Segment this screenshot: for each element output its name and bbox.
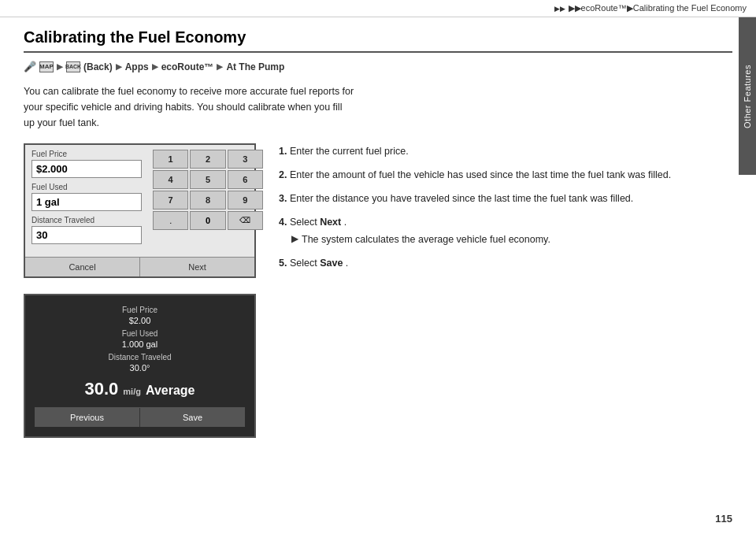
inst-text-1: Enter the current fuel price. bbox=[290, 146, 409, 157]
key-7[interactable]: 7 bbox=[153, 191, 188, 210]
summary-field1-value: $2.00 bbox=[35, 316, 245, 325]
instruction-2: 2. Enter the amount of fuel the vehicle … bbox=[279, 167, 732, 183]
summary-average-value: 30.0 mi/g Average bbox=[35, 379, 245, 399]
inst-text-4b: . bbox=[344, 217, 346, 228]
summary-field3-label: Distance Traveled bbox=[35, 352, 245, 363]
summary-buttons: Previous Save bbox=[35, 407, 245, 427]
field1-label: Fuel Price bbox=[32, 150, 142, 158]
key-4[interactable]: 4 bbox=[153, 170, 188, 189]
triangle-icon: ▶▶ bbox=[554, 5, 565, 13]
key-backspace[interactable]: ⌫ bbox=[228, 211, 263, 230]
inst-sub-text-4: The system calculates the average vehicl… bbox=[302, 232, 550, 247]
inst-sub-4: ▶ The system calculates the average vehi… bbox=[279, 232, 732, 247]
average-unit: mi/g bbox=[123, 387, 141, 396]
nav-apps: Apps bbox=[125, 61, 149, 72]
breadcrumb-ecoroute: ▶▶ecoRoute™▶Calibrating the Fuel Economy bbox=[569, 3, 747, 13]
keypad-section: Fuel Price $2.000 Fuel Used 1 gal Distan… bbox=[25, 145, 254, 254]
inst-text-3: Enter the distance you have traveled sin… bbox=[290, 193, 633, 204]
nav-atpump: At The Pump bbox=[226, 61, 284, 72]
inst-text-5a: Select bbox=[290, 258, 320, 269]
key-9[interactable]: 9 bbox=[228, 191, 263, 210]
summary-field2-value: 1.000 gal bbox=[35, 339, 245, 349]
key-5[interactable]: 5 bbox=[190, 170, 225, 189]
keypad-grid: 1 2 3 4 5 6 7 8 9 bbox=[153, 150, 263, 210]
screen-summary-mockup: Fuel Price $2.00 Fuel Used 1.000 gal Dis… bbox=[24, 294, 256, 438]
field2-input[interactable]: 1 gal bbox=[32, 193, 142, 211]
instructions-list: 1. Enter the current fuel price. 2. Ente… bbox=[279, 143, 732, 271]
key-6[interactable]: 6 bbox=[228, 170, 263, 189]
nav-arrow-4: ▶ bbox=[217, 62, 223, 71]
chapter-tab: Other Features bbox=[739, 17, 756, 175]
nav-ecoroute: ecoRoute™ bbox=[161, 61, 214, 72]
mic-icon: 🎤 bbox=[24, 61, 36, 72]
previous-button[interactable]: Previous bbox=[35, 408, 140, 427]
average-number: 30.0 bbox=[84, 379, 118, 399]
arrow-right-icon: ▶ bbox=[291, 232, 298, 247]
left-column: Fuel Price $2.000 Fuel Used 1 gal Distan… bbox=[24, 143, 260, 438]
key-zero[interactable]: 0 bbox=[190, 211, 225, 230]
form-fields: Fuel Price $2.000 Fuel Used 1 gal Distan… bbox=[25, 145, 148, 254]
keypad-bottom-row: . 0 ⌫ bbox=[153, 211, 263, 230]
page-title: Calibrating the Fuel Economy bbox=[24, 28, 732, 53]
summary-field2-label: Fuel Used bbox=[35, 328, 245, 339]
screen1-buttons: Cancel Next bbox=[25, 257, 254, 276]
inst-num-1: 1. bbox=[279, 146, 287, 157]
right-column: 1. Enter the current fuel price. 2. Ente… bbox=[279, 143, 732, 438]
main-content: Calibrating the Fuel Economy 🎤 MAP ▶ BAC… bbox=[24, 17, 732, 510]
key-1[interactable]: 1 bbox=[153, 150, 188, 169]
map-icon: MAP bbox=[39, 61, 54, 72]
field2-label: Fuel Used bbox=[32, 183, 142, 191]
inst-num-3: 3. bbox=[279, 193, 287, 204]
page-number: 115 bbox=[715, 513, 732, 525]
key-3[interactable]: 3 bbox=[228, 150, 263, 169]
field3-label: Distance Traveled bbox=[32, 216, 142, 224]
summary-field1-label: Fuel Price bbox=[35, 305, 245, 316]
key-8[interactable]: 8 bbox=[190, 191, 225, 210]
inst-text-5b: . bbox=[346, 258, 348, 269]
nav-arrow-3: ▶ bbox=[152, 62, 158, 71]
field1-input[interactable]: $2.000 bbox=[32, 160, 142, 178]
inst-num-4: 4. bbox=[279, 217, 287, 228]
screen-input-mockup: Fuel Price $2.000 Fuel Used 1 gal Distan… bbox=[24, 143, 256, 278]
cancel-button[interactable]: Cancel bbox=[25, 258, 140, 276]
instruction-3: 3. Enter the distance you have traveled … bbox=[279, 191, 732, 206]
nav-row: 🎤 MAP ▶ BACK (Back) ▶ Apps ▶ ecoRoute™ ▶… bbox=[24, 61, 732, 72]
inst-save-bold: Save bbox=[320, 258, 343, 269]
inst-num-5: 5. bbox=[279, 258, 287, 269]
instruction-4: 4. Select Next . ▶ The system calculates… bbox=[279, 214, 732, 247]
instruction-5: 5. Select Save . bbox=[279, 255, 732, 271]
average-label: Average bbox=[146, 384, 195, 398]
key-2[interactable]: 2 bbox=[190, 150, 225, 169]
keypad-container: 1 2 3 4 5 6 7 8 9 . 0 bbox=[153, 145, 268, 235]
two-col-layout: Fuel Price $2.000 Fuel Used 1 gal Distan… bbox=[24, 143, 732, 438]
chapter-tab-label: Other Features bbox=[743, 65, 752, 128]
summary-field3-value: 30.0° bbox=[35, 363, 245, 373]
save-button[interactable]: Save bbox=[140, 408, 245, 427]
breadcrumb-text: ▶▶ ▶▶ecoRoute™▶Calibrating the Fuel Econ… bbox=[554, 3, 747, 13]
instruction-1: 1. Enter the current fuel price. bbox=[279, 143, 732, 159]
back-icon: BACK bbox=[66, 61, 80, 72]
description-text: You can calibrate the fuel economy to re… bbox=[24, 83, 354, 131]
inst-text-2: Enter the amount of fuel the vehicle has… bbox=[290, 169, 671, 180]
nav-arrow-1: ▶ bbox=[57, 62, 63, 71]
nav-arrow-2: ▶ bbox=[116, 62, 122, 71]
key-dot[interactable]: . bbox=[153, 211, 188, 230]
inst-text-4a: Select bbox=[290, 217, 320, 228]
field3-input[interactable]: 30 bbox=[32, 226, 142, 244]
inst-next-bold: Next bbox=[320, 217, 341, 228]
inst-num-2: 2. bbox=[279, 169, 287, 180]
back-label: (Back) bbox=[83, 61, 113, 72]
next-button[interactable]: Next bbox=[140, 258, 254, 276]
header-breadcrumb: ▶▶ ▶▶ecoRoute™▶Calibrating the Fuel Econ… bbox=[0, 0, 756, 17]
